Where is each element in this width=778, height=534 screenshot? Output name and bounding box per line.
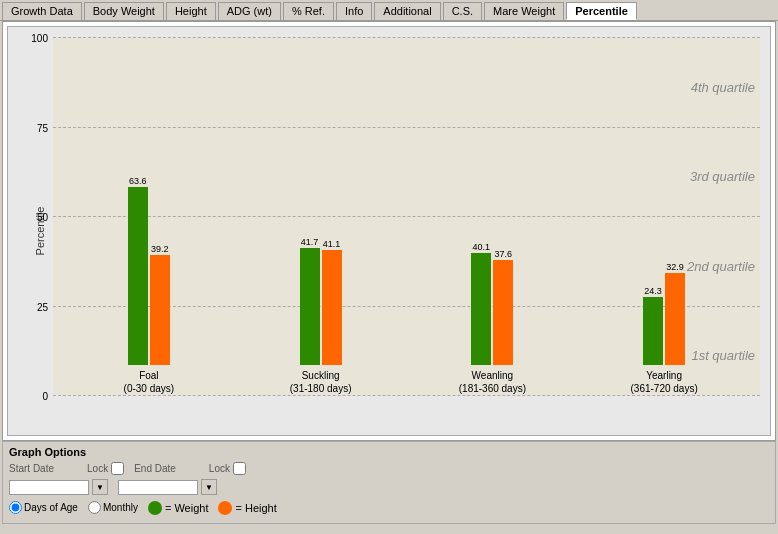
chart-inner: 10075502504th quartile3rd quartile2nd qu… [53, 37, 760, 395]
end-date-input[interactable]: 4/30/2019 [118, 480, 198, 495]
height-bar-wrapper: 39.2 [150, 244, 170, 365]
grid-line-0: 0 [53, 395, 760, 396]
weight-bar-wrapper: 63.6 [128, 176, 148, 365]
weight-bar [128, 187, 148, 365]
bar-group-yearling: 24.332.9Yearling(361-720 days) [578, 262, 750, 395]
tabs-bar: Growth DataBody WeightHeightADG (wt)% Re… [0, 0, 778, 21]
lock-checkbox-end[interactable] [233, 462, 246, 475]
bar-group-suckling: 41.741.1Suckling(31-180 days) [235, 237, 407, 395]
days-radio[interactable] [9, 501, 22, 514]
height-value: 32.9 [666, 262, 684, 272]
tab-c.s.[interactable]: C.S. [443, 2, 482, 20]
tab-body-weight[interactable]: Body Weight [84, 2, 164, 20]
tab-height[interactable]: Height [166, 2, 216, 20]
height-bar-wrapper: 37.6 [493, 249, 513, 365]
weight-bar-wrapper: 41.7 [300, 237, 320, 365]
tab-mare-weight[interactable]: Mare Weight [484, 2, 564, 20]
graph-options-title: Graph Options [9, 446, 769, 458]
bottom-panel: Graph Options Start Date Lock End Date L… [2, 441, 776, 524]
lock-label-end: Lock [209, 463, 230, 474]
tab--ref.[interactable]: % Ref. [283, 2, 334, 20]
main-content: Percentile 10075502504th quartile3rd qua… [2, 21, 776, 441]
height-value: 39.2 [151, 244, 169, 254]
x-label: Suckling(31-180 days) [290, 369, 352, 395]
weight-value: 41.7 [301, 237, 319, 247]
bar-pair: 63.639.2 [119, 176, 179, 365]
weight-bar [471, 253, 491, 365]
tab-adg-wt[interactable]: ADG (wt) [218, 2, 281, 20]
height-bar-wrapper: 32.9 [665, 262, 685, 365]
bar-pair: 40.137.6 [462, 242, 522, 365]
x-label: Foal(0-30 days) [124, 369, 175, 395]
tab-additional[interactable]: Additional [374, 2, 440, 20]
y-label-0: 0 [18, 391, 48, 402]
height-bar [322, 250, 342, 365]
height-bar [150, 255, 170, 365]
monthly-radio-label[interactable]: Monthly [88, 501, 138, 514]
height-bar [493, 260, 513, 365]
bar-pair: 41.741.1 [291, 237, 351, 365]
bars-container: 63.639.2Foal(0-30 days)41.741.1Suckling(… [53, 37, 760, 395]
bar-pair: 24.332.9 [634, 262, 694, 365]
bar-group-weanling: 40.137.6Weanling(181-360 days) [407, 242, 579, 395]
tab-percentile[interactable]: Percentile [566, 2, 637, 20]
weight-bar-wrapper: 24.3 [643, 286, 663, 365]
chart-area: Percentile 10075502504th quartile3rd qua… [7, 26, 771, 436]
y-label-25: 25 [18, 301, 48, 312]
y-label-50: 50 [18, 212, 48, 223]
end-date-dropdown[interactable]: ▼ [201, 479, 217, 495]
weight-bar [300, 248, 320, 365]
start-date-input[interactable]: 2/13/2018 [9, 480, 89, 495]
y-label-100: 100 [18, 33, 48, 44]
days-radio-label[interactable]: Days of Age [9, 501, 78, 514]
weight-bar [643, 297, 663, 365]
weight-value: 24.3 [644, 286, 662, 296]
weight-legend: = Weight [148, 501, 209, 515]
height-legend: = Height [218, 501, 276, 515]
height-value: 41.1 [323, 239, 341, 249]
lock-label-start: Lock [87, 463, 108, 474]
height-value: 37.6 [495, 249, 513, 259]
y-label-75: 75 [18, 122, 48, 133]
x-label: Yearling(361-720 days) [630, 369, 697, 395]
tab-info[interactable]: Info [336, 2, 372, 20]
bar-group-foal: 63.639.2Foal(0-30 days) [63, 176, 235, 395]
monthly-radio[interactable] [88, 501, 101, 514]
tab-growth-data[interactable]: Growth Data [2, 2, 82, 20]
end-date-label: End Date [134, 463, 176, 474]
height-bar [665, 273, 685, 365]
start-date-label: Start Date [9, 463, 54, 474]
x-label: Weanling(181-360 days) [459, 369, 526, 395]
start-date-dropdown[interactable]: ▼ [92, 479, 108, 495]
weight-value: 63.6 [129, 176, 147, 186]
weight-value: 40.1 [473, 242, 491, 252]
weight-bar-wrapper: 40.1 [471, 242, 491, 365]
lock-checkbox-start[interactable] [111, 462, 124, 475]
height-bar-wrapper: 41.1 [322, 239, 342, 365]
